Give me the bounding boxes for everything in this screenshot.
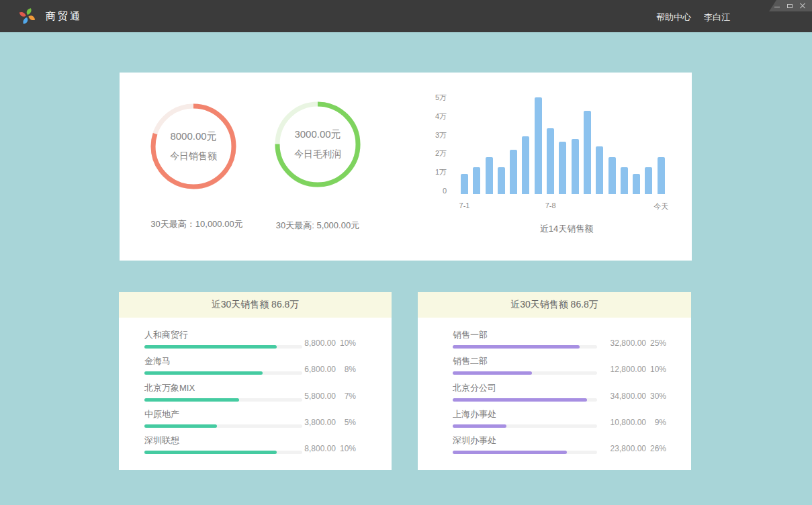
bar: [645, 167, 652, 194]
list-item: 销售二部 12,800.0010%: [418, 352, 691, 378]
today-profit-label: 今日毛利润: [294, 148, 341, 160]
item-percent: 9%: [646, 418, 666, 427]
x-axis-tick: 7-8: [545, 201, 556, 210]
bar: [473, 167, 480, 194]
progress-fill: [144, 345, 277, 349]
item-value: 8,800.00: [287, 444, 336, 453]
item-value: 23,800.00: [598, 444, 646, 453]
item-value: 10,800.00: [598, 418, 646, 427]
maximize-icon: [787, 4, 793, 8]
list-item: 北京分公司 34,800.0030%: [418, 379, 691, 405]
y-axis-tick: 3万: [432, 130, 447, 140]
app-title: 商贸通: [46, 10, 82, 23]
progress-track: [453, 424, 597, 428]
progress-track: [144, 371, 302, 375]
progress-track: [453, 371, 597, 375]
close-button[interactable]: [799, 3, 806, 9]
progress-track: [144, 451, 302, 454]
sales-by-department-card: 近30天销售额 86.8万 销售一部 32,800.0025% 销售二部 12,…: [418, 292, 691, 470]
list-item: 深圳办事处 23,800.0026%: [418, 431, 691, 457]
today-sales-value: 8000.00元: [170, 130, 216, 143]
bar: [584, 111, 591, 194]
app-logo-pinwheel-icon: [18, 7, 36, 26]
user-menu[interactable]: 李白江: [704, 11, 730, 24]
progress-fill: [453, 424, 506, 428]
bar: [658, 157, 665, 194]
x-axis-tick: 今天: [653, 201, 668, 212]
list-item: 北京万象MIX 5,800.007%: [119, 379, 392, 405]
progress-track: [453, 345, 597, 349]
bar: [621, 167, 628, 194]
list-item: 销售一部 32,800.0025%: [418, 326, 691, 352]
list-item: 金海马 6,800.008%: [119, 352, 392, 378]
close-icon: [800, 3, 805, 9]
item-percent: 8%: [336, 365, 356, 374]
bar: [498, 167, 505, 194]
progress-track: [144, 345, 302, 349]
item-percent: 25%: [646, 338, 666, 348]
today-profit-donut-chart: 3000.00元 今日毛利润: [274, 101, 361, 188]
progress-fill: [453, 451, 567, 454]
today-profit-30d-max: 30天最高: 5,000.00元: [237, 220, 398, 232]
item-percent: 5%: [336, 418, 356, 427]
bar: [572, 139, 579, 194]
item-value: 5,800.00: [287, 392, 336, 401]
sales-14d-bar-chart: 5万4万3万2万1万0 7-17-8今天 近14天销售额: [432, 93, 687, 257]
y-axis-tick: 2万: [432, 148, 447, 158]
minimize-icon: [774, 7, 780, 7]
chart-caption: 近14天销售额: [461, 223, 672, 235]
list-item: 中原地产 3,800.005%: [119, 405, 392, 431]
card-title: 近30天销售额 86.8万: [119, 292, 392, 318]
item-value: 32,800.00: [598, 338, 646, 348]
bar: [559, 142, 566, 194]
y-axis-tick: 1万: [432, 167, 447, 177]
bar: [547, 128, 554, 194]
progress-fill: [453, 398, 587, 402]
titlebar: 商贸通 帮助中心 李白江: [0, 0, 812, 32]
sales-by-customer-card: 近30天销售额 86.8万 人和商贸行 8,800.0010% 金海马 6,80…: [119, 292, 392, 470]
list-item: 深圳联想 8,800.0010%: [119, 431, 392, 457]
item-value: 34,800.00: [598, 392, 646, 401]
y-axis-tick: 5万: [432, 92, 447, 103]
progress-fill: [453, 371, 532, 375]
item-percent: 26%: [646, 444, 666, 453]
y-axis-tick: 4万: [432, 111, 447, 122]
today-profit-value: 3000.00元: [294, 128, 341, 141]
window-controls: [769, 0, 812, 11]
bar: [510, 150, 517, 194]
today-sales-donut-chart: 8000.00元 今日销售额: [150, 103, 237, 190]
bar: [608, 157, 616, 194]
item-percent: 10%: [646, 365, 666, 374]
bar: [596, 146, 603, 194]
list-item: 上海办事处 10,800.009%: [418, 405, 691, 431]
today-sales-label: 今日销售额: [170, 150, 217, 163]
bar: [535, 97, 542, 194]
help-center-link[interactable]: 帮助中心: [656, 11, 691, 24]
item-percent: 7%: [336, 392, 356, 401]
bar: [461, 174, 468, 194]
item-value: 6,800.00: [287, 365, 336, 374]
summary-card: 8000.00元 今日销售额 30天最高：10,000.00元 3000.00元…: [120, 73, 692, 261]
progress-track: [144, 398, 302, 402]
progress-track: [453, 398, 597, 402]
minimize-button[interactable]: [774, 3, 780, 9]
progress-fill: [144, 398, 239, 402]
bar: [633, 174, 640, 194]
progress-track: [453, 451, 597, 454]
bar: [522, 136, 529, 194]
progress-fill: [144, 371, 263, 375]
item-percent: 30%: [646, 392, 666, 401]
progress-fill: [144, 424, 217, 428]
item-value: 12,800.00: [598, 365, 646, 374]
item-value: 3,800.00: [287, 418, 336, 427]
app-window: 商贸通 帮助中心 李白江 8000.00元 今日销售额 30天最高：10,000…: [0, 0, 812, 505]
bar: [486, 157, 493, 194]
bar-plot-area: [461, 97, 672, 194]
item-percent: 10%: [336, 444, 356, 453]
item-value: 8,800.00: [287, 338, 336, 348]
y-axis-tick: 0: [432, 185, 447, 196]
card-title: 近30天销售额 86.8万: [418, 292, 691, 318]
maximize-button[interactable]: [786, 3, 793, 9]
progress-fill: [144, 451, 277, 454]
x-axis: 7-17-8今天: [432, 201, 687, 212]
